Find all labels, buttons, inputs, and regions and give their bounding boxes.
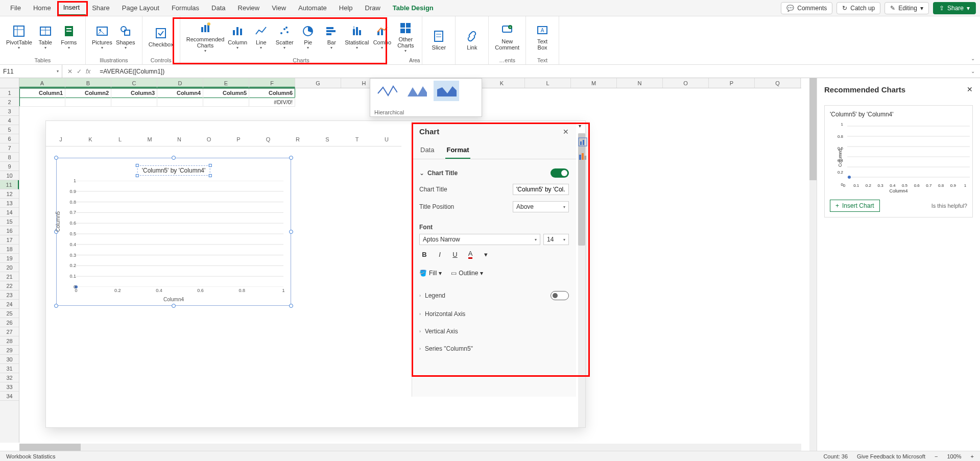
overlay-col-N[interactable]: N: [164, 136, 194, 147]
menu-share[interactable]: Share: [86, 1, 116, 15]
overlay-col-R[interactable]: R: [283, 136, 313, 147]
row-header-30[interactable]: 30: [0, 355, 19, 364]
comments-button[interactable]: 💬 Comments: [781, 2, 832, 14]
row-header-23[interactable]: 23: [0, 290, 19, 300]
menu-table-design[interactable]: Table Design: [387, 1, 440, 15]
row-header-33[interactable]: 33: [0, 382, 19, 392]
ribbon-combo[interactable]: Combo▾: [371, 23, 393, 52]
overlay-col-K[interactable]: K: [76, 136, 105, 147]
col-header-N[interactable]: N: [617, 78, 663, 88]
row-header-19[interactable]: 19: [0, 254, 19, 263]
chart-elements-icon[interactable]: [578, 137, 587, 147]
row-header-15[interactable]: 15: [0, 217, 19, 226]
row-header-13[interactable]: 13: [0, 199, 19, 208]
overlay-col-M[interactable]: M: [135, 136, 164, 147]
row-header-20[interactable]: 20: [0, 263, 19, 272]
workbook-statistics[interactable]: Workbook Statistics: [6, 453, 55, 459]
select-all-corner[interactable]: [0, 78, 19, 88]
editing-button[interactable]: ✎ Editing ▾: [885, 2, 929, 14]
tab-format[interactable]: Format: [445, 142, 470, 159]
menu-page-layout[interactable]: Page Layout: [116, 1, 165, 15]
resize-handle[interactable]: [54, 156, 58, 160]
resize-handle[interactable]: [54, 304, 58, 308]
row-header-25[interactable]: 25: [0, 309, 19, 318]
zoom-out-button[interactable]: −: [935, 453, 938, 459]
row-header-24[interactable]: 24: [0, 300, 19, 309]
col-header-D[interactable]: D: [157, 78, 203, 88]
section-vertical-axis[interactable]: › Vertical Axis: [412, 323, 576, 340]
ribbon-new-comment[interactable]: +NewComment: [494, 22, 520, 53]
section-chart-title[interactable]: Chart Title: [427, 169, 551, 177]
col-header-A[interactable]: A: [19, 78, 65, 88]
formula-input[interactable]: =AVERAGE([Column1]): [95, 68, 966, 75]
embedded-chart[interactable]: 'Column5' by 'Column4' Column5 Column4 0…: [56, 158, 291, 306]
area-chart-option-1[interactable]: [374, 81, 400, 101]
row-header-5[interactable]: 5: [0, 125, 19, 134]
col-header-E[interactable]: E: [203, 78, 249, 88]
table-header-cell[interactable]: Column1: [19, 88, 65, 98]
menu-automate[interactable]: Automate: [292, 1, 333, 15]
table-header-cell[interactable]: Column5: [203, 88, 249, 98]
fill-button[interactable]: 🪣 Fill ▾: [419, 270, 442, 277]
col-header-B[interactable]: B: [65, 78, 111, 88]
col-header-F[interactable]: F: [249, 78, 295, 88]
row-header-2[interactable]: 2: [0, 98, 19, 107]
catchup-button[interactable]: ↻ Catch up: [836, 2, 880, 14]
zoom-level[interactable]: 100%: [947, 453, 961, 459]
row-header-21[interactable]: 21: [0, 272, 19, 281]
row-header-28[interactable]: 28: [0, 336, 19, 346]
cancel-icon[interactable]: ✕: [67, 68, 73, 75]
row-header-22[interactable]: 22: [0, 281, 19, 290]
legend-toggle[interactable]: [551, 291, 569, 300]
menu-file[interactable]: File: [4, 1, 27, 15]
overlay-col-L[interactable]: L: [105, 136, 135, 147]
tab-data[interactable]: Data: [419, 142, 435, 159]
formula-expand-button[interactable]: ⌄: [966, 68, 980, 74]
col-header-K[interactable]: K: [479, 78, 525, 88]
overlay-col-Q[interactable]: Q: [253, 136, 283, 147]
ribbon-checkbox[interactable]: Checkbox: [148, 25, 175, 50]
resize-handle[interactable]: [289, 156, 293, 160]
row-header-29[interactable]: 29: [0, 346, 19, 355]
insert-chart-button[interactable]: + Insert Chart: [830, 200, 880, 212]
row-header-11[interactable]: 11: [0, 180, 19, 189]
menu-draw[interactable]: Draw: [359, 1, 387, 15]
underline-button[interactable]: U: [450, 249, 460, 259]
overlay-col-P[interactable]: P: [224, 136, 253, 147]
row-header-18[interactable]: 18: [0, 245, 19, 254]
ribbon-text-box[interactable]: ATextBox: [531, 22, 554, 53]
table-header-cell[interactable]: Column3: [111, 88, 157, 98]
name-box[interactable]: F11 ▾: [0, 65, 62, 78]
col-header-C[interactable]: C: [111, 78, 157, 88]
zoom-in-button[interactable]: +: [971, 453, 974, 459]
area-chart-option-2[interactable]: [404, 81, 429, 101]
col-header-O[interactable]: O: [663, 78, 709, 88]
row-header-31[interactable]: 31: [0, 364, 19, 373]
overlay-col-T[interactable]: T: [342, 136, 372, 147]
table-header-cell[interactable]: Column4: [157, 88, 203, 98]
row-header-12[interactable]: 12: [0, 189, 19, 199]
ribbon-statistical[interactable]: Statistical▾: [344, 23, 370, 52]
section-legend[interactable]: › Legend: [412, 286, 576, 305]
chart-styles-icon[interactable]: [578, 152, 587, 161]
row-header-1[interactable]: 1: [0, 88, 19, 98]
row-header-26[interactable]: 26: [0, 318, 19, 327]
overlay-col-O[interactable]: O: [194, 136, 224, 147]
ribbon-slicer[interactable]: Slicer: [427, 28, 450, 53]
resize-handle[interactable]: [172, 156, 176, 160]
vertical-scrollbar[interactable]: [809, 78, 817, 451]
close-icon[interactable]: ✕: [563, 128, 569, 136]
cell[interactable]: [203, 98, 249, 107]
ribbon-recommended-charts[interactable]: RecommendedCharts▾: [185, 20, 226, 55]
overlay-col-S[interactable]: S: [313, 136, 342, 147]
ribbon-column[interactable]: Column▾: [226, 23, 249, 52]
row-header-7[interactable]: 7: [0, 143, 19, 153]
cell[interactable]: [157, 98, 203, 107]
menu-view[interactable]: View: [266, 1, 292, 15]
cell[interactable]: [19, 98, 65, 107]
ribbon-table[interactable]: Table▾: [34, 23, 57, 52]
ribbon-other-charts[interactable]: OtherCharts▾: [394, 20, 417, 55]
helpful-link[interactable]: Is this helpful?: [931, 203, 967, 209]
font-size-select[interactable]: 14 ▾: [543, 234, 569, 245]
row-header-4[interactable]: 4: [0, 116, 19, 125]
